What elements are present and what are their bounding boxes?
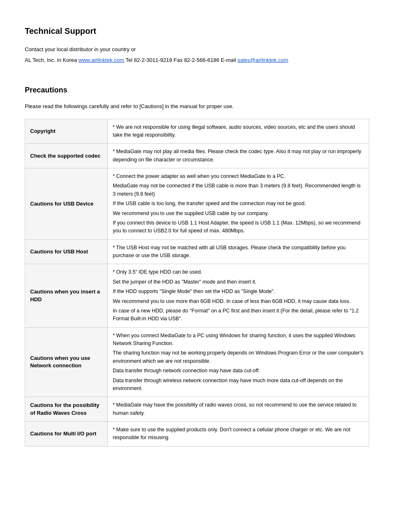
page-title: Technical Support [25,25,369,37]
intro-line-2: AL Tech, Inc. in Korea www.airlinktek.co… [25,56,369,64]
table-row: Cautions for USB Host* The USB Host may … [25,239,369,264]
row-content-1: * MediaGate may not play all media files… [108,144,369,168]
table-row: Cautions when you insert a HDD* Only 3.5… [25,264,369,327]
content-line: The sharing function may not be working … [113,349,364,365]
content-line: We recommend you to use more than 6GB HD… [113,298,364,305]
row-label-3: Cautions for USB Host [25,239,108,264]
content-line: * Make sure to use the supplied products… [113,426,364,442]
row-label-7: Cautions for Multi I/O port [25,422,108,447]
row-label-1: Check the supported codec [25,144,108,168]
row-label-5: Cautions when you use Network connection [25,327,108,397]
contact-middle: Tel 82-2-3011-9219 Fax 82-2-566-6186 E-m… [124,57,237,63]
row-content-2: * Connect the power adapter as well when… [108,168,369,240]
content-line: If you connect this device to USB 1.1 Ho… [113,219,364,235]
row-content-0: * We are not responsible for using illeg… [108,119,369,144]
precautions-title: Precautions [25,85,369,96]
al-tech-prefix: AL Tech, Inc. in Korea [25,57,78,63]
precautions-intro: Please read the followings carefully and… [25,102,369,111]
row-content-3: * The USB Host may not be matched with a… [108,239,369,264]
content-line: MediaGate may not be connected if the US… [113,182,364,198]
precautions-table: Copyright* We are not responsible for us… [25,119,369,447]
row-content-6: * MediaGate may have the possibility of … [108,397,369,422]
content-line: * Only 3.5" IDE type HDD can be used. [113,268,364,276]
content-line: Data transfer through wireless network c… [113,377,364,393]
content-line: * MediaGate may not play all media files… [113,148,364,164]
content-line: We recommend you to use the supplied USB… [113,210,364,218]
row-content-4: * Only 3.5" IDE type HDD can be used.Set… [108,264,369,327]
table-row: Check the supported codec* MediaGate may… [25,144,369,168]
content-line: If the HDD supports "Single Mode" then s… [113,288,364,296]
intro-line-1: Contact your local distributor in your c… [25,45,369,54]
table-row: Cautions for USB Device* Connect the pow… [25,168,369,240]
content-line: If the USB cable is too long, the transf… [113,200,364,208]
content-line: * Connect the power adapter as well when… [113,173,364,180]
table-row: Cautions for Multi I/O port* Make sure t… [25,422,369,447]
row-content-5: * When you connect MediaGate to a PC usi… [108,327,369,397]
content-line: Set the jumper of the HDD as "Master" mo… [113,278,364,286]
website-link[interactable]: www.airlinktek.com [78,57,124,63]
row-label-6: Cautions for the possibility of Radio Wa… [25,397,108,422]
row-label-2: Cautions for USB Device [25,168,108,240]
content-line: * We are not responsible for using illeg… [113,123,364,140]
row-label-0: Copyright [25,119,108,144]
row-content-7: * Make sure to use the supplied products… [108,422,369,447]
row-label-4: Cautions when you insert a HDD [25,264,108,327]
content-line: * MediaGate may have the possibility of … [113,401,364,417]
content-line: In case of a new HDD, please do "Format"… [113,307,364,323]
table-row: Copyright* We are not responsible for us… [25,119,369,144]
content-line: Data transfer through network connection… [113,367,364,375]
content-line: * The USB Host may not be matched with a… [113,244,364,260]
email-link[interactable]: sales@airlinktek.com [237,57,288,63]
table-row: Cautions when you use Network connection… [25,327,369,397]
table-row: Cautions for the possibility of Radio Wa… [25,397,369,422]
content-line: * When you connect MediaGate to a PC usi… [113,332,364,348]
